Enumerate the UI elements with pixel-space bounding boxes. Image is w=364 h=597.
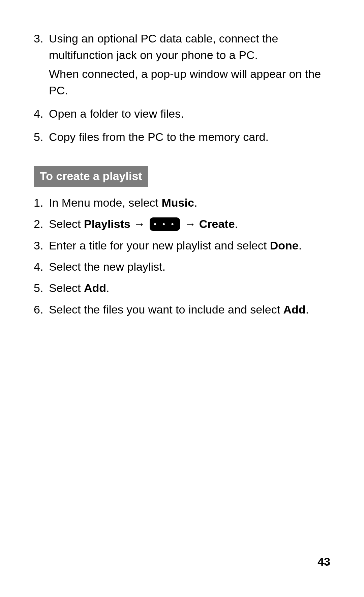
list-item: 5. Select Add. xyxy=(34,280,330,296)
page-number: 43 xyxy=(317,555,330,568)
step-number: 4. xyxy=(34,106,49,124)
steps-list-2: 1. In Menu mode, select Music. 2. Select… xyxy=(34,195,330,318)
step-number: 1. xyxy=(34,195,49,211)
bold-text: Music xyxy=(162,196,194,209)
step-number: 3. xyxy=(34,237,49,254)
step-text: In Menu mode, select Music. xyxy=(49,195,330,211)
list-item: 4.Open a folder to view files. xyxy=(34,106,330,124)
list-item: 5.Copy files from the PC to the memory c… xyxy=(34,129,330,147)
text: . xyxy=(106,281,109,294)
section-heading: To create a playlist xyxy=(34,166,148,187)
step-text: Select the new playlist. xyxy=(49,259,330,275)
arrow: → xyxy=(130,217,148,230)
steps-list-1: 3.Using an optional PC data cable, conne… xyxy=(34,30,330,148)
list-item: 2. Select Playlists → • • • → Create. xyxy=(34,216,330,232)
paragraph: When connected, a pop-up window will app… xyxy=(49,66,330,99)
bold-text: Add xyxy=(283,303,306,316)
step-text: Enter a title for your new playlist and … xyxy=(49,237,330,254)
step-number: 5. xyxy=(34,280,49,296)
step-text: Select the files you want to include and… xyxy=(49,301,330,318)
step-number: 4. xyxy=(34,259,49,275)
text: . xyxy=(299,239,302,252)
text: . xyxy=(306,303,309,316)
text: Enter a title for your new playlist and … xyxy=(49,239,270,252)
list-item: 4. Select the new playlist. xyxy=(34,259,330,275)
step-text: Select Add. xyxy=(49,280,330,296)
step-number: 3. xyxy=(34,30,49,101)
list-item: 1. In Menu mode, select Music. xyxy=(34,195,330,211)
step-number: 6. xyxy=(34,301,49,318)
step-text: Using an optional PC data cable, connect… xyxy=(49,30,330,101)
bold-text: Create xyxy=(199,217,235,230)
paragraph: Copy files from the PC to the memory car… xyxy=(49,129,330,145)
list-item: 3.Using an optional PC data cable, conne… xyxy=(34,30,330,101)
text: Select the files you want to include and… xyxy=(49,303,283,316)
document-page: 3.Using an optional PC data cable, conne… xyxy=(0,0,364,318)
step-text: Select Playlists → • • • → Create. xyxy=(49,216,330,232)
arrow: → xyxy=(181,217,199,230)
step-text: Open a folder to view files. xyxy=(49,106,330,124)
text: . xyxy=(194,196,197,209)
bold-text: Playlists xyxy=(84,217,130,230)
paragraph: Open a folder to view files. xyxy=(49,106,330,122)
step-number: 2. xyxy=(34,216,49,232)
bold-text: Done xyxy=(270,239,299,252)
list-item: 6. Select the files you want to include … xyxy=(34,301,330,318)
bold-text: Add xyxy=(84,281,106,294)
text: Select xyxy=(49,217,84,230)
text: In Menu mode, select xyxy=(49,196,162,209)
step-text: Copy files from the PC to the memory car… xyxy=(49,129,330,147)
text: . xyxy=(235,217,238,230)
text: Select the new playlist. xyxy=(49,260,165,273)
paragraph: Using an optional PC data cable, connect… xyxy=(49,30,330,64)
text: Select xyxy=(49,281,84,294)
step-number: 5. xyxy=(34,129,49,147)
more-options-icon: • • • xyxy=(150,217,180,231)
list-item: 3. Enter a title for your new playlist a… xyxy=(34,237,330,254)
